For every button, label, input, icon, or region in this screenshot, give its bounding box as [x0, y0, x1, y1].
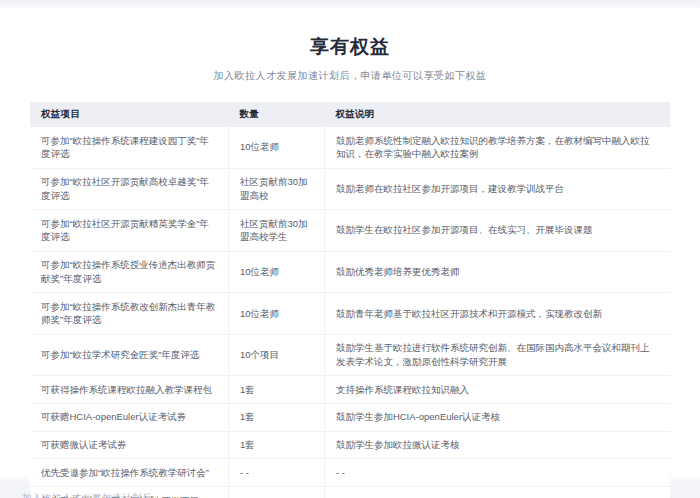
table-row: 可参加“欧拉社区开源贡献高校卓越奖”年度评选 社区贡献前30加盟高校 鼓励老师在… [30, 168, 670, 210]
benefit-description-cell: 鼓励学生在欧拉社区参加开源项目、在线实习、开展毕设课题 [324, 210, 670, 252]
table-row: 可参加“欧拉操作系统课程建设园丁奖”年度评选 10位老师 鼓励老师系统性制定融入… [30, 127, 670, 168]
table-header-row: 权益项目 数量 权益说明 [30, 102, 670, 127]
benefit-item-cell: 可参加“欧拉社区开源贡献高校卓越奖”年度评选 [30, 168, 228, 210]
benefit-item-cell: 优先受邀参加“欧拉操作系统教学研讨会” [30, 459, 228, 487]
benefit-item-cell: 可参加“欧拉操作系统教改创新杰出青年教师奖”年度评选 [30, 293, 228, 335]
benefit-description-cell: 鼓励学生参加欧拉微认证考核 [324, 431, 670, 459]
benefit-description-cell: 支持操作系统课程欧拉知识融入 [324, 376, 670, 404]
benefit-description-cell: 鼓励优秀老师培养更优秀老师 [324, 251, 670, 293]
benefit-quantity-cell: 10位老师 [228, 127, 324, 168]
benefit-description-cell: 鼓励老师系统性制定融入欧拉知识的教学培养方案，在教材编写中融入欧拉知识，在教学实… [324, 127, 670, 168]
table-body: 可参加“欧拉操作系统课程建设园丁奖”年度评选 10位老师 鼓励老师系统性制定融入… [30, 127, 670, 498]
benefit-item-cell: 可获赠微认证考试券 [30, 431, 228, 459]
benefit-item-cell: 可获赠HCIA-openEuler认证考试券 [30, 403, 228, 431]
benefit-item-cell: 可获得操作系统课程欧拉融入教学课程包 [30, 376, 228, 404]
benefit-quantity-cell: 1套 [228, 403, 324, 431]
table-row: 可参加“欧拉操作系统授业传道杰出教师贡献奖”年度评选 10位老师 鼓励优秀老师培… [30, 251, 670, 293]
table-row: 可获得操作系统课程欧拉融入教学课程包 1套 支持操作系统课程欧拉知识融入 [30, 376, 670, 404]
table-row: 可获赠HCIA-openEuler认证考试券 1套 鼓励学生参加HCIA-ope… [30, 403, 670, 431]
table-row: 可参加“欧拉社区开源贡献精英奖学金”年度评选 社区贡献前30加盟高校学生 鼓励学… [30, 210, 670, 252]
benefit-description-cell: 鼓励老师在欧拉社区参加开源项目，建设教学训战平台 [324, 168, 670, 210]
benefits-table-card: 权益项目 数量 权益说明 可参加“欧拉操作系统课程建设园丁奖”年度评选 10位老… [30, 102, 670, 498]
table-header: 权益项目 数量 权益说明 [30, 102, 670, 127]
benefit-item-cell: 可参加“欧拉学术研究金匠奖”年度评选 [30, 334, 228, 376]
benefit-quantity-cell: 10位老师 [228, 293, 324, 335]
benefit-description-cell: 鼓励学生参加HCIA-openEuler认证考核 [324, 403, 670, 431]
benefit-item-cell: 可参加“欧拉操作系统课程建设园丁奖”年度评选 [30, 127, 228, 168]
column-header-benefit-description: 权益说明 [324, 102, 670, 127]
benefit-item-cell: 可参加“欧拉社区开源贡献精英奖学金”年度评选 [30, 210, 228, 252]
table-row: 可参加“欧拉操作系统教改创新杰出青年教师奖”年度评选 10位老师 鼓励青年老师基… [30, 293, 670, 335]
table-row: 可参加“欧拉学术研究金匠奖”年度评选 10个项目 鼓励学生基于欧拉进行软件系统研… [30, 334, 670, 376]
benefit-quantity-cell: 10个项目 [228, 334, 324, 376]
benefit-description-cell: 鼓励学生基于欧拉进行软件系统研究创新、在国际国内高水平会议和期刊上发表学术论文，… [324, 334, 670, 376]
benefit-description-cell: - - [324, 459, 670, 487]
column-header-quantity: 数量 [228, 102, 324, 127]
benefit-quantity-cell: - - [228, 459, 324, 487]
benefit-quantity-cell: 1套 [228, 431, 324, 459]
column-header-benefit-item: 权益项目 [30, 102, 228, 127]
benefit-quantity-cell: 1套 [228, 376, 324, 404]
benefits-table: 权益项目 数量 权益说明 可参加“欧拉操作系统课程建设园丁奖”年度评选 10位老… [30, 102, 670, 498]
benefit-quantity-cell: - - [228, 487, 324, 498]
clipped-next-section-text: 加入欧拉人才发展加速计划后 [22, 492, 152, 498]
page-title: 享有权益 [0, 34, 700, 60]
benefit-quantity-cell: 社区贡献前30加盟高校学生 [228, 210, 324, 252]
benefit-description-cell: 鼓励青年老师基于欧拉社区开源技术和开源模式，实现教改创新 [324, 293, 670, 335]
benefit-item-cell: 可参加“欧拉操作系统授业传道杰出教师贡献奖”年度评选 [30, 251, 228, 293]
page-top-gutter [0, 0, 700, 9]
benefit-quantity-cell: 10位老师 [228, 251, 324, 293]
section-header: 享有权益 加入欧拉人才发展加速计划后，申请单位可以享受如下权益 [0, 0, 700, 83]
table-row: 优先受邀参加“欧拉操作系统教学研讨会” - - - - [30, 459, 670, 487]
page-subtitle: 加入欧拉人才发展加速计划后，申请单位可以享受如下权益 [0, 69, 700, 83]
benefit-description-cell: - - [324, 487, 670, 498]
benefit-quantity-cell: 社区贡献前30加盟高校 [228, 168, 324, 210]
table-row: 可获赠微认证考试券 1套 鼓励学生参加欧拉微认证考核 [30, 431, 670, 459]
